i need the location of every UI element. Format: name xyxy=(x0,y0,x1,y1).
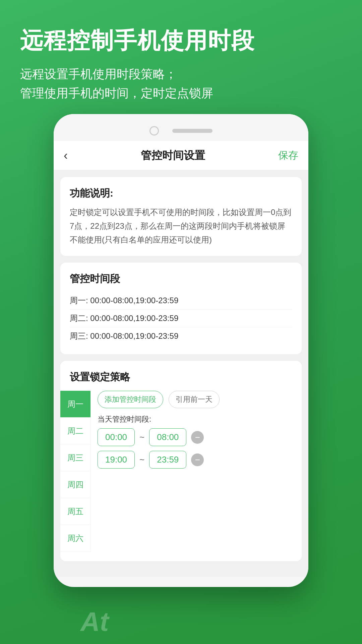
time-range-row-2: 19:00 ~ 23:59 − xyxy=(98,451,295,469)
phone-camera xyxy=(149,126,159,136)
wednesday-time: 00:00-08:00,19:00-23:59 xyxy=(90,331,178,340)
copy-previous-button[interactable]: 引用前一天 xyxy=(169,391,220,408)
action-buttons: 添加管控时间段 引用前一天 xyxy=(98,391,295,408)
today-label: 当天管控时间段: xyxy=(98,414,295,424)
subtitle-line2: 管理使用手机的时间，定时定点锁屏 xyxy=(20,84,342,103)
day-saturday[interactable]: 周六 xyxy=(60,525,90,552)
schedule-row-wednesday: 周三: 00:00-08:00,19:00-23:59 xyxy=(70,327,292,345)
lock-strategy-card: 设置锁定策略 周一 周二 周三 周四 周五 周六 添加管控时间段 引用前一天 xyxy=(60,361,302,561)
schedule-row-tuesday: 周二: 00:00-08:00,19:00-23:59 xyxy=(70,310,292,327)
back-button[interactable]: ‹ xyxy=(64,149,68,163)
app-navbar: ‹ 管控时间设置 保存 xyxy=(54,141,308,170)
at-brand-text: At xyxy=(80,606,109,637)
day-tuesday[interactable]: 周二 xyxy=(60,418,90,444)
subtitle-line1: 远程设置手机使用时段策略； xyxy=(20,64,342,84)
day-column: 周一 周二 周三 周四 周五 周六 xyxy=(60,391,91,552)
day-wednesday[interactable]: 周三 xyxy=(60,444,90,471)
day-right-panel: 添加管控时间段 引用前一天 当天管控时间段: 00:00 ~ 08:00 − 1… xyxy=(91,391,302,552)
day-friday[interactable]: 周五 xyxy=(60,498,90,525)
monday-label: 周一: xyxy=(70,296,90,305)
phone-speaker xyxy=(172,129,213,133)
remove-time-1[interactable]: − xyxy=(191,431,204,444)
time-start-1[interactable]: 00:00 xyxy=(98,428,135,446)
phone-top-bar xyxy=(54,114,308,141)
app-content: ‹ 管控时间设置 保存 功能说明: 定时锁定可以设置手机不可使用的时间段，比如设… xyxy=(54,141,308,577)
lock-strategy-title: 设置锁定策略 xyxy=(60,370,302,384)
tilde-1: ~ xyxy=(139,432,144,442)
time-range-row-1: 00:00 ~ 08:00 − xyxy=(98,428,295,446)
navbar-title: 管控时间设置 xyxy=(141,148,205,163)
schedule-title: 管控时间段 xyxy=(70,272,292,286)
tuesday-time: 00:00-08:00,19:00-23:59 xyxy=(90,314,178,323)
add-time-button[interactable]: 添加管控时间段 xyxy=(98,391,163,408)
tuesday-label: 周二: xyxy=(70,314,90,323)
tilde-2: ~ xyxy=(139,454,144,465)
feature-description: 定时锁定可以设置手机不可使用的时间段，比如设置周一0点到7点，22点到23点，那… xyxy=(70,206,292,247)
save-button[interactable]: 保存 xyxy=(278,149,298,162)
day-thursday[interactable]: 周四 xyxy=(60,471,90,498)
schedule-card: 管控时间段 周一: 00:00-08:00,19:00-23:59 周二: 00… xyxy=(60,263,302,354)
remove-time-2[interactable]: − xyxy=(191,453,204,466)
time-start-2[interactable]: 19:00 xyxy=(98,451,135,469)
day-monday[interactable]: 周一 xyxy=(60,391,90,418)
time-end-2[interactable]: 23:59 xyxy=(149,451,186,469)
feature-card: 功能说明: 定时锁定可以设置手机不可使用的时间段，比如设置周一0点到7点，22点… xyxy=(60,177,302,256)
wednesday-label: 周三: xyxy=(70,331,90,340)
monday-time: 00:00-08:00,19:00-23:59 xyxy=(90,296,178,305)
page-subtitle: 远程设置手机使用时段策略； 管理使用手机的时间，定时定点锁屏 xyxy=(20,64,342,103)
page-title: 远程控制手机使用时段 xyxy=(20,27,342,54)
feature-title: 功能说明: xyxy=(70,186,292,200)
phone-mockup: ‹ 管控时间设置 保存 功能说明: 定时锁定可以设置手机不可使用的时间段，比如设… xyxy=(54,114,308,587)
time-end-1[interactable]: 08:00 xyxy=(149,428,186,446)
schedule-row-monday: 周一: 00:00-08:00,19:00-23:59 xyxy=(70,292,292,310)
day-list: 周一 周二 周三 周四 周五 周六 添加管控时间段 引用前一天 当天管控时间段: xyxy=(60,391,302,552)
page-header: 远程控制手机使用时段 远程设置手机使用时段策略； 管理使用手机的时间，定时定点锁… xyxy=(0,0,362,116)
